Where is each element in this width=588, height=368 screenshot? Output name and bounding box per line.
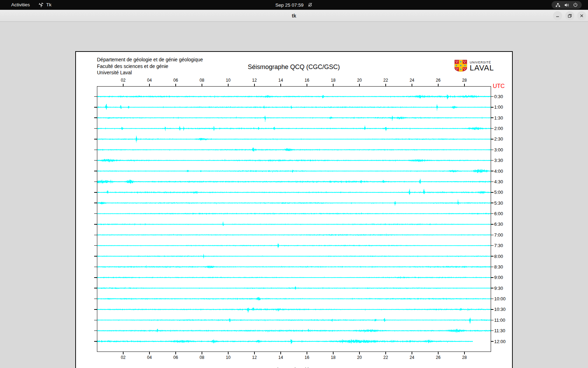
row-tick-right xyxy=(491,139,493,139)
x-tick-bottom xyxy=(307,352,307,354)
x-tick-label-bottom: 12 xyxy=(248,355,260,360)
row-tick-left xyxy=(94,299,97,299)
row-tick-right xyxy=(491,288,493,288)
x-tick-bottom xyxy=(464,352,465,354)
x-tick-label-top: 06 xyxy=(170,78,182,83)
row-tick-right xyxy=(491,299,493,299)
x-tick-label-top: 14 xyxy=(275,78,287,83)
x-tick-label-bottom: 04 xyxy=(144,355,155,360)
row-tick-left xyxy=(94,235,97,236)
close-button[interactable] xyxy=(577,11,586,20)
row-tick-right xyxy=(491,171,493,171)
row-tick-right xyxy=(491,309,493,310)
power-icon xyxy=(573,2,578,7)
row-utc-label: 4:30 xyxy=(494,179,503,184)
x-tick-top xyxy=(254,84,255,86)
row-tick-left xyxy=(94,117,97,118)
row-tick-left xyxy=(94,330,97,331)
activities-button[interactable]: Activities xyxy=(6,0,35,10)
x-tick-label-bottom: 14 xyxy=(275,355,287,360)
x-tick-label-bottom: 16 xyxy=(301,355,313,360)
row-tick-left xyxy=(94,107,97,108)
x-tick-top xyxy=(412,84,412,86)
row-tick-right xyxy=(491,224,493,225)
row-tick-left xyxy=(94,139,97,139)
desktop: Activities Tk Sep 25 07:59 xyxy=(0,0,588,368)
tk-window-body: Département de géologie et de génie géol… xyxy=(0,22,588,368)
row-utc-label: 11:30 xyxy=(494,328,505,333)
system-tray[interactable] xyxy=(552,1,582,9)
minimize-button[interactable] xyxy=(553,11,562,20)
row-tick-right xyxy=(491,117,493,118)
x-tick-label-top: 22 xyxy=(380,78,392,83)
window-titlebar[interactable]: tk xyxy=(0,10,588,22)
x-tick-label-top: 10 xyxy=(222,78,234,83)
utc-axis-label: UTC xyxy=(493,83,505,89)
x-tick-label-bottom: 24 xyxy=(406,355,418,360)
x-tick-top xyxy=(438,84,439,86)
university-laval-logo: UNIVERSITÉ LAVAL xyxy=(454,60,494,73)
x-tick-label-bottom: 08 xyxy=(196,355,208,360)
x-tick-bottom xyxy=(412,352,412,354)
x-tick-top xyxy=(149,84,150,86)
x-tick-label-top: 24 xyxy=(406,78,418,83)
x-tick-label-bottom: 06 xyxy=(170,355,182,360)
gnome-top-bar: Activities Tk Sep 25 07:59 xyxy=(0,0,588,10)
x-tick-top xyxy=(123,84,124,86)
x-tick-bottom xyxy=(385,352,386,354)
row-tick-left xyxy=(94,267,97,267)
row-utc-label: 3:00 xyxy=(494,147,503,152)
x-tick-label-top: 26 xyxy=(432,78,444,83)
row-tick-right xyxy=(491,320,493,321)
row-utc-label: 1:30 xyxy=(494,115,503,121)
row-tick-right xyxy=(491,341,493,342)
row-tick-right xyxy=(491,150,493,150)
x-tick-top xyxy=(307,84,307,86)
x-tick-bottom xyxy=(228,352,229,354)
row-utc-label: 2:00 xyxy=(494,126,503,131)
x-tick-label-top: 28 xyxy=(458,78,470,83)
x-tick-top xyxy=(464,84,465,86)
logo-text-laval: LAVAL xyxy=(470,63,494,73)
clock-area: Sep 25 07:59 xyxy=(0,0,588,10)
row-utc-label: 6:30 xyxy=(494,222,503,227)
row-tick-left xyxy=(94,192,97,193)
x-tick-top xyxy=(202,84,202,86)
row-tick-right xyxy=(491,107,493,108)
row-tick-right xyxy=(491,192,493,193)
x-tick-bottom xyxy=(202,352,202,354)
row-tick-left xyxy=(94,288,97,288)
row-tick-left xyxy=(94,203,97,203)
app-menu[interactable]: Tk xyxy=(38,0,51,10)
clock-label[interactable]: Sep 25 07:59 xyxy=(275,2,303,8)
x-tick-label-bottom: 26 xyxy=(432,355,444,360)
row-tick-left xyxy=(94,224,97,225)
seismograph-panel: Département de géologie et de génie géol… xyxy=(75,51,513,368)
x-tick-bottom xyxy=(280,352,281,354)
x-tick-top xyxy=(333,84,334,86)
x-tick-label-top: 18 xyxy=(327,78,339,83)
row-utc-label: 5:00 xyxy=(494,190,503,195)
row-tick-left xyxy=(94,213,97,214)
row-tick-right xyxy=(491,182,493,182)
row-tick-right xyxy=(491,267,493,267)
x-tick-bottom xyxy=(175,352,176,354)
row-tick-left xyxy=(94,128,97,129)
row-tick-left xyxy=(94,182,97,182)
x-tick-top xyxy=(280,84,281,86)
x-tick-bottom xyxy=(149,352,150,354)
x-tick-top xyxy=(175,84,176,86)
row-tick-left xyxy=(94,256,97,257)
row-tick-right xyxy=(491,160,493,161)
row-tick-left xyxy=(94,309,97,310)
row-tick-right xyxy=(491,213,493,214)
x-tick-top xyxy=(359,84,360,86)
x-tick-label-bottom: 18 xyxy=(327,355,339,360)
row-utc-label: 6:00 xyxy=(494,211,503,216)
x-axis-title: Minutes écoulées xyxy=(97,367,491,368)
network-icon xyxy=(555,3,560,7)
row-tick-right xyxy=(491,330,493,331)
maximize-button[interactable] xyxy=(565,11,574,20)
x-tick-top xyxy=(228,84,229,86)
row-utc-label: 8:00 xyxy=(494,254,503,259)
